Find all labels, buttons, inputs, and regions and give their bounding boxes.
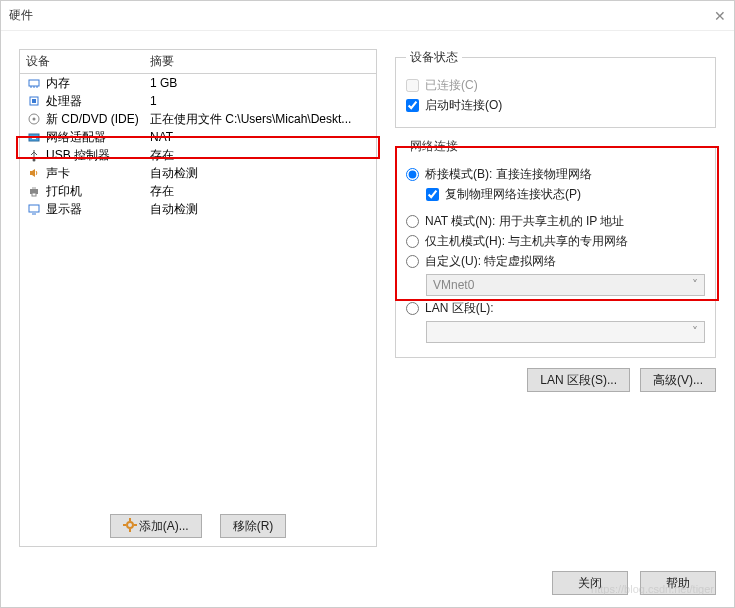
device-name: 显示器 bbox=[46, 201, 150, 218]
chevron-down-icon: ˅ bbox=[692, 325, 698, 339]
custom-label: 自定义(U): 特定虚拟网络 bbox=[425, 253, 556, 270]
device-status-legend: 设备状态 bbox=[406, 49, 462, 66]
svg-point-16 bbox=[127, 522, 133, 528]
memory-icon bbox=[26, 75, 42, 91]
device-row-memory[interactable]: 内存 1 GB bbox=[20, 74, 376, 92]
dialog-footer: 关闭 帮助 https://blog.csdn.net/tiger bbox=[1, 559, 734, 607]
add-button[interactable]: 添加(A)... bbox=[110, 514, 202, 538]
bridged-radio-row[interactable]: 桥接模式(B): 直接连接物理网络 bbox=[406, 166, 705, 183]
device-row-sound[interactable]: 声卡 自动检测 bbox=[20, 164, 376, 182]
hostonly-radio-row[interactable]: 仅主机模式(H): 与主机共享的专用网络 bbox=[406, 233, 705, 250]
custom-radio[interactable] bbox=[406, 255, 419, 268]
device-summary: 1 GB bbox=[150, 76, 376, 90]
device-summary: 存在 bbox=[150, 183, 376, 200]
connect-poweron-label: 启动时连接(O) bbox=[425, 97, 502, 114]
replicate-label: 复制物理网络连接状态(P) bbox=[445, 186, 581, 203]
network-connection-group: 网络连接 桥接模式(B): 直接连接物理网络 复制物理网络连接状态(P) NAT… bbox=[395, 138, 716, 358]
gear-icon bbox=[123, 518, 137, 532]
lansegment-radio[interactable] bbox=[406, 302, 419, 315]
device-name: 处理器 bbox=[46, 93, 150, 110]
cpu-icon bbox=[26, 93, 42, 109]
close-icon[interactable]: ✕ bbox=[696, 8, 726, 24]
sound-icon bbox=[26, 165, 42, 181]
device-status-group: 设备状态 已连接(C) 启动时连接(O) bbox=[395, 49, 716, 128]
connected-label: 已连接(C) bbox=[425, 77, 478, 94]
svg-rect-13 bbox=[32, 193, 36, 196]
device-name: 声卡 bbox=[46, 165, 150, 182]
lansegment-label: LAN 区段(L): bbox=[425, 300, 494, 317]
device-summary: 1 bbox=[150, 94, 376, 108]
right-button-row: LAN 区段(S)... 高级(V)... bbox=[395, 368, 716, 392]
device-summary: 正在使用文件 C:\Users\Micah\Deskt... bbox=[150, 111, 376, 128]
lan-segments-button[interactable]: LAN 区段(S)... bbox=[527, 368, 630, 392]
display-icon bbox=[26, 201, 42, 217]
hostonly-label: 仅主机模式(H): 与主机共享的专用网络 bbox=[425, 233, 628, 250]
hardware-dialog: 硬件 ✕ 设备 摘要 内存 1 GB 处理器 1 bbox=[0, 0, 735, 608]
device-summary: 存在 bbox=[150, 147, 376, 164]
svg-rect-5 bbox=[32, 99, 36, 103]
svg-rect-9 bbox=[32, 136, 36, 139]
svg-rect-0 bbox=[29, 80, 39, 86]
device-row-cpu[interactable]: 处理器 1 bbox=[20, 92, 376, 110]
device-name: 打印机 bbox=[46, 183, 150, 200]
device-panel: 设备 摘要 内存 1 GB 处理器 1 新 CD/DVD (IDE) 正在使用文 bbox=[19, 49, 377, 547]
device-summary: NAT bbox=[150, 130, 376, 144]
advanced-button[interactable]: 高级(V)... bbox=[640, 368, 716, 392]
col-device[interactable]: 设备 bbox=[26, 53, 150, 70]
disc-icon bbox=[26, 111, 42, 127]
device-name: 内存 bbox=[46, 75, 150, 92]
lansegment-value bbox=[433, 325, 436, 339]
device-row-nic[interactable]: 网络适配器 NAT bbox=[20, 128, 376, 146]
connected-checkbox-row: 已连接(C) bbox=[406, 77, 705, 94]
custom-vmnet-value: VMnet0 bbox=[433, 278, 474, 292]
chevron-down-icon: ˅ bbox=[692, 278, 698, 292]
device-summary: 自动检测 bbox=[150, 201, 376, 218]
replicate-checkbox[interactable] bbox=[426, 188, 439, 201]
remove-button[interactable]: 移除(R) bbox=[220, 514, 287, 538]
titlebar: 硬件 ✕ bbox=[1, 1, 734, 31]
content-area: 设备 摘要 内存 1 GB 处理器 1 新 CD/DVD (IDE) 正在使用文 bbox=[1, 31, 734, 559]
printer-icon bbox=[26, 183, 42, 199]
device-row-display[interactable]: 显示器 自动检测 bbox=[20, 200, 376, 218]
help-button[interactable]: 帮助 bbox=[640, 571, 716, 595]
window-title: 硬件 bbox=[9, 7, 696, 24]
usb-icon bbox=[26, 147, 42, 163]
device-name: 新 CD/DVD (IDE) bbox=[46, 111, 150, 128]
svg-point-10 bbox=[33, 159, 36, 162]
device-table-header: 设备 摘要 bbox=[20, 50, 376, 74]
nat-radio-row[interactable]: NAT 模式(N): 用于共享主机的 IP 地址 bbox=[406, 213, 705, 230]
connect-poweron-checkbox[interactable] bbox=[406, 99, 419, 112]
connected-checkbox bbox=[406, 79, 419, 92]
svg-point-7 bbox=[33, 118, 36, 121]
settings-panel: 设备状态 已连接(C) 启动时连接(O) 网络连接 桥接模式(B): 直接连接物… bbox=[395, 49, 716, 392]
left-button-row: 添加(A)... 移除(R) bbox=[20, 514, 376, 538]
bridged-radio[interactable] bbox=[406, 168, 419, 181]
hostonly-radio[interactable] bbox=[406, 235, 419, 248]
add-button-label: 添加(A)... bbox=[139, 519, 189, 533]
nat-radio[interactable] bbox=[406, 215, 419, 228]
connect-poweron-row[interactable]: 启动时连接(O) bbox=[406, 97, 705, 114]
device-summary: 自动检测 bbox=[150, 165, 376, 182]
device-name: 网络适配器 bbox=[46, 129, 150, 146]
device-list: 内存 1 GB 处理器 1 新 CD/DVD (IDE) 正在使用文件 C:\U… bbox=[20, 74, 376, 218]
replicate-row[interactable]: 复制物理网络连接状态(P) bbox=[426, 186, 705, 203]
nat-label: NAT 模式(N): 用于共享主机的 IP 地址 bbox=[425, 213, 624, 230]
svg-rect-14 bbox=[29, 205, 39, 212]
device-row-printer[interactable]: 打印机 存在 bbox=[20, 182, 376, 200]
lansegment-radio-row[interactable]: LAN 区段(L): bbox=[406, 300, 705, 317]
custom-radio-row[interactable]: 自定义(U): 特定虚拟网络 bbox=[406, 253, 705, 270]
lansegment-combo: ˅ bbox=[426, 321, 705, 343]
device-row-usb[interactable]: USB 控制器 存在 bbox=[20, 146, 376, 164]
device-name: USB 控制器 bbox=[46, 147, 150, 164]
nic-icon bbox=[26, 129, 42, 145]
svg-rect-12 bbox=[32, 187, 36, 189]
custom-vmnet-combo: VMnet0 ˅ bbox=[426, 274, 705, 296]
col-summary[interactable]: 摘要 bbox=[150, 53, 376, 70]
close-button[interactable]: 关闭 bbox=[552, 571, 628, 595]
device-row-cddvd[interactable]: 新 CD/DVD (IDE) 正在使用文件 C:\Users\Micah\Des… bbox=[20, 110, 376, 128]
network-connection-legend: 网络连接 bbox=[406, 138, 462, 155]
bridged-label: 桥接模式(B): 直接连接物理网络 bbox=[425, 166, 592, 183]
